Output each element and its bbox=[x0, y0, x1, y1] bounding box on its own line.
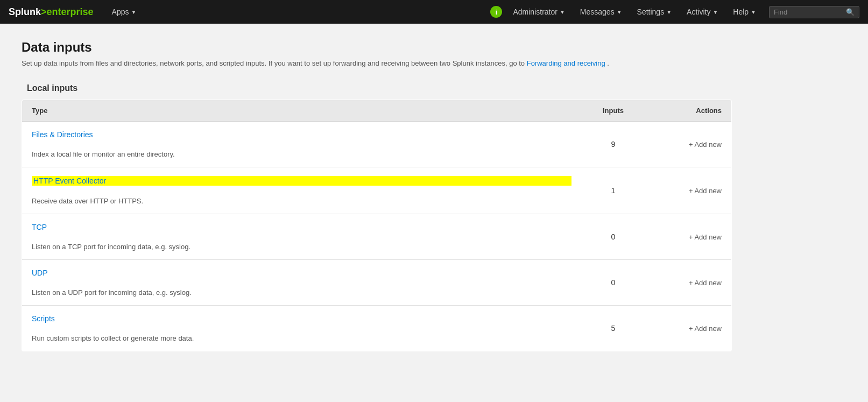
page-subtitle: Set up data inputs from files and direct… bbox=[22, 59, 732, 67]
add-new-button-3[interactable]: + Add new bbox=[689, 279, 722, 287]
table-row: ScriptsRun custom scripts to collect or … bbox=[22, 306, 732, 351]
type-desc-0: Index a local file or monitor an entire … bbox=[32, 150, 175, 158]
table-cell-inputs-3: 0 bbox=[581, 260, 646, 306]
brand-logo[interactable]: Splunk > enterprise bbox=[9, 6, 94, 18]
subtitle-text-1: Set up data inputs from files and direct… bbox=[22, 59, 525, 67]
nav-settings-label: Settings bbox=[637, 8, 665, 16]
nav-activity-label: Activity bbox=[687, 8, 710, 16]
table-body: Files & DirectoriesIndex a local file or… bbox=[22, 122, 732, 351]
table-row: TCPListen on a TCP port for incoming dat… bbox=[22, 214, 732, 260]
nav-search-box[interactable]: 🔍 bbox=[769, 6, 859, 18]
nav-apps-caret: ▼ bbox=[131, 9, 137, 15]
table-cell-actions-0: + Add new bbox=[646, 122, 732, 167]
navbar: Splunk > enterprise Apps ▼ i Administrat… bbox=[0, 0, 868, 24]
search-input[interactable] bbox=[774, 8, 844, 16]
nav-apps[interactable]: Apps ▼ bbox=[104, 0, 144, 24]
table-header: Type Inputs Actions bbox=[22, 100, 732, 122]
nav-administrator-caret: ▼ bbox=[560, 9, 565, 15]
type-link-4[interactable]: Scripts bbox=[32, 314, 571, 323]
nav-administrator[interactable]: Administrator ▼ bbox=[505, 0, 572, 24]
table-cell-actions-3: + Add new bbox=[646, 260, 732, 306]
table-cell-actions-4: + Add new bbox=[646, 306, 732, 351]
add-new-button-1[interactable]: + Add new bbox=[689, 187, 722, 195]
nav-help[interactable]: Help ▼ bbox=[725, 0, 764, 24]
nav-help-caret: ▼ bbox=[751, 9, 756, 15]
table-row: UDPListen on a UDP port for incoming dat… bbox=[22, 260, 732, 306]
table-row: HTTP Event CollectorReceive data over HT… bbox=[22, 167, 732, 214]
table-cell-actions-2: + Add new bbox=[646, 214, 732, 260]
brand-arrow: > bbox=[41, 6, 47, 18]
table-cell-inputs-1: 1 bbox=[581, 167, 646, 214]
nav-settings-caret: ▼ bbox=[666, 9, 672, 15]
type-link-1[interactable]: HTTP Event Collector bbox=[32, 176, 571, 186]
search-icon[interactable]: 🔍 bbox=[846, 8, 855, 16]
nav-settings[interactable]: Settings ▼ bbox=[630, 0, 680, 24]
add-new-button-4[interactable]: + Add new bbox=[689, 325, 722, 333]
brand-splunk: Splunk bbox=[9, 6, 41, 18]
table-cell-inputs-0: 9 bbox=[581, 122, 646, 167]
nav-administrator-label: Administrator bbox=[513, 8, 557, 16]
type-desc-2: Listen on a TCP port for incoming data, … bbox=[32, 243, 190, 251]
data-inputs-table: Type Inputs Actions Files & DirectoriesI… bbox=[22, 100, 732, 351]
nav-messages-caret: ▼ bbox=[617, 9, 622, 15]
info-icon[interactable]: i bbox=[490, 6, 502, 18]
type-link-2[interactable]: TCP bbox=[32, 223, 571, 231]
table-cell-type: ScriptsRun custom scripts to collect or … bbox=[22, 306, 581, 351]
col-header-inputs: Inputs bbox=[581, 100, 646, 122]
nav-help-label: Help bbox=[733, 8, 749, 16]
type-desc-1: Receive data over HTTP or HTTPS. bbox=[32, 197, 143, 205]
nav-messages-label: Messages bbox=[580, 8, 615, 16]
subtitle-text-2: . bbox=[607, 59, 609, 67]
nav-activity[interactable]: Activity ▼ bbox=[679, 0, 725, 24]
section-title: Local inputs bbox=[27, 83, 732, 93]
type-link-0[interactable]: Files & Directories bbox=[32, 130, 571, 139]
type-link-3[interactable]: UDP bbox=[32, 269, 571, 277]
type-desc-3: Listen on a UDP port for incoming data, … bbox=[32, 288, 192, 297]
table-cell-inputs-2: 0 bbox=[581, 214, 646, 260]
table-cell-type: HTTP Event CollectorReceive data over HT… bbox=[22, 167, 581, 214]
nav-apps-label: Apps bbox=[112, 8, 129, 16]
table-cell-type: UDPListen on a UDP port for incoming dat… bbox=[22, 260, 581, 306]
forwarding-receiving-link[interactable]: Forwarding and receiving bbox=[527, 59, 605, 67]
table-cell-type: TCPListen on a TCP port for incoming dat… bbox=[22, 214, 581, 260]
col-header-actions: Actions bbox=[646, 100, 732, 122]
table-row: Files & DirectoriesIndex a local file or… bbox=[22, 122, 732, 167]
brand-enterprise: enterprise bbox=[47, 6, 94, 18]
page-content: Data inputs Set up data inputs from file… bbox=[0, 24, 753, 368]
table-cell-inputs-4: 5 bbox=[581, 306, 646, 351]
col-header-type: Type bbox=[22, 100, 581, 122]
add-new-button-0[interactable]: + Add new bbox=[689, 140, 722, 149]
table-cell-type: Files & DirectoriesIndex a local file or… bbox=[22, 122, 581, 167]
nav-messages[interactable]: Messages ▼ bbox=[573, 0, 630, 24]
type-desc-4: Run custom scripts to collect or generat… bbox=[32, 334, 194, 342]
table-cell-actions-1: + Add new bbox=[646, 167, 732, 214]
page-title: Data inputs bbox=[22, 40, 732, 55]
add-new-button-2[interactable]: + Add new bbox=[689, 233, 722, 241]
nav-activity-caret: ▼ bbox=[712, 9, 718, 15]
